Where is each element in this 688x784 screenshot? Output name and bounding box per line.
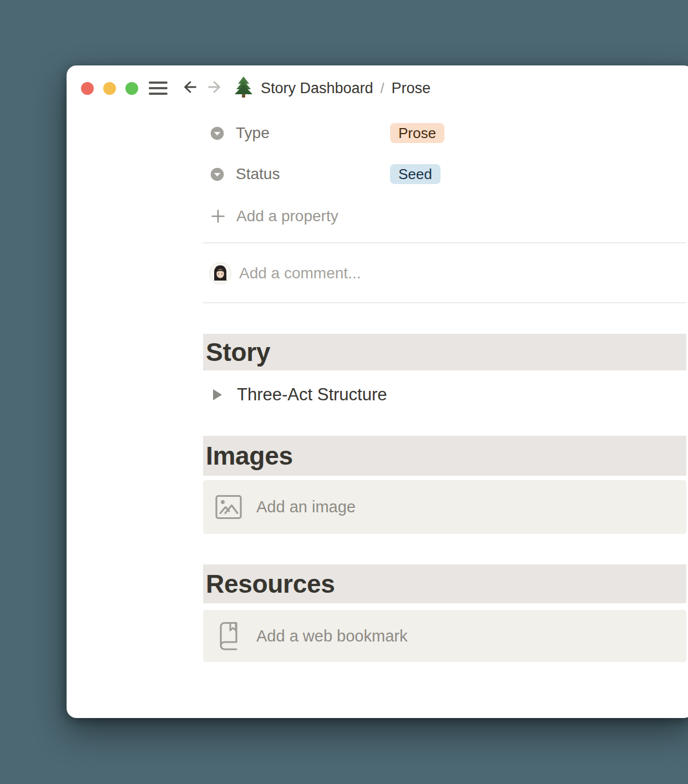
property-value-tag[interactable]: Prose [390,123,444,143]
divider [203,242,686,243]
add-property-button[interactable]: Add a property [210,206,338,226]
divider [203,302,686,303]
forward-arrow-icon[interactable] [206,78,225,99]
breadcrumb-current: Prose [392,80,431,97]
back-arrow-icon[interactable] [180,78,199,99]
property-label: Type [236,124,270,142]
section-heading-text: Story [203,337,270,367]
property-row-status[interactable]: Status [210,164,280,184]
app-window: Story Dashboard / Prose Type Prose Statu… [67,65,688,718]
close-window-button[interactable] [81,82,94,95]
add-comment-input[interactable]: Add a comment... [209,262,361,284]
add-image-label: Add an image [256,498,356,516]
sidebar-menu-icon[interactable] [149,82,168,95]
add-web-bookmark-placeholder[interactable]: Add a web bookmark [203,610,686,662]
toggle-label: Three-Act Structure [237,385,387,405]
minimize-window-button[interactable] [103,82,116,95]
add-image-placeholder[interactable]: Add an image [203,480,686,534]
evergreen-tree-icon [234,76,254,100]
section-heading-story[interactable]: Story [203,334,686,370]
user-avatar [209,262,231,284]
property-label: Status [236,165,280,183]
add-property-label: Add a property [236,207,338,225]
zoom-window-button[interactable] [125,82,138,95]
bookmark-book-icon [215,621,242,651]
breadcrumb-separator: / [381,80,385,96]
property-row-type[interactable]: Type [210,123,270,143]
select-property-icon [210,167,225,182]
image-icon [215,495,242,520]
add-web-bookmark-label: Add a web bookmark [256,627,407,645]
breadcrumb-root[interactable]: Story Dashboard [261,80,373,97]
select-property-icon [210,126,225,141]
breadcrumb: Story Dashboard / Prose [261,80,431,97]
section-heading-resources[interactable]: Resources [203,564,686,603]
section-heading-text: Images [203,441,293,471]
section-heading-images[interactable]: Images [203,436,686,476]
window-controls [81,82,138,95]
window-titlebar: Story Dashboard / Prose [67,65,688,111]
property-value-tag[interactable]: Seed [390,164,441,184]
plus-icon [210,208,226,225]
toggle-triangle-icon[interactable] [213,389,222,400]
toggle-block-three-act-structure[interactable]: Three-Act Structure [213,381,387,408]
desktop-background: Story Dashboard / Prose Type Prose Statu… [0,0,688,784]
comment-placeholder: Add a comment... [239,264,361,282]
section-heading-text: Resources [203,569,335,599]
